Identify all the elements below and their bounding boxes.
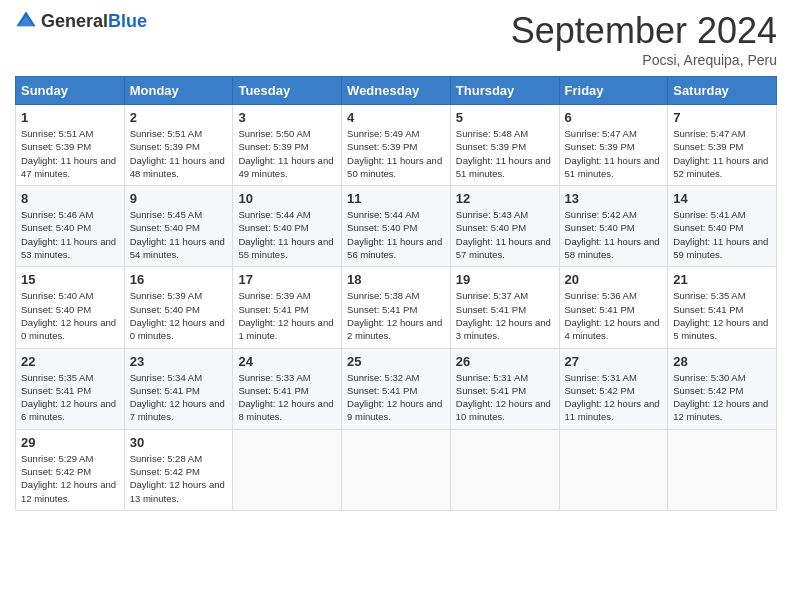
calendar-cell: 4 Sunrise: 5:49 AM Sunset: 5:39 PM Dayli… bbox=[342, 105, 451, 186]
day-info: Sunrise: 5:42 AM Sunset: 5:40 PM Dayligh… bbox=[565, 208, 663, 261]
day-number: 29 bbox=[21, 435, 119, 450]
calendar-cell: 28 Sunrise: 5:30 AM Sunset: 5:42 PM Dayl… bbox=[668, 348, 777, 429]
calendar-cell bbox=[668, 429, 777, 510]
day-number: 18 bbox=[347, 272, 445, 287]
day-info: Sunrise: 5:43 AM Sunset: 5:40 PM Dayligh… bbox=[456, 208, 554, 261]
calendar-cell: 20 Sunrise: 5:36 AM Sunset: 5:41 PM Dayl… bbox=[559, 267, 668, 348]
day-number: 26 bbox=[456, 354, 554, 369]
day-info: Sunrise: 5:28 AM Sunset: 5:42 PM Dayligh… bbox=[130, 452, 228, 505]
day-number: 21 bbox=[673, 272, 771, 287]
day-number: 2 bbox=[130, 110, 228, 125]
day-info: Sunrise: 5:35 AM Sunset: 5:41 PM Dayligh… bbox=[673, 289, 771, 342]
day-number: 20 bbox=[565, 272, 663, 287]
day-number: 16 bbox=[130, 272, 228, 287]
calendar-cell: 5 Sunrise: 5:48 AM Sunset: 5:39 PM Dayli… bbox=[450, 105, 559, 186]
page-header: GeneralBlue September 2024 Pocsi, Arequi… bbox=[15, 10, 777, 68]
column-header-monday: Monday bbox=[124, 77, 233, 105]
calendar-cell bbox=[559, 429, 668, 510]
calendar-cell: 1 Sunrise: 5:51 AM Sunset: 5:39 PM Dayli… bbox=[16, 105, 125, 186]
day-info: Sunrise: 5:41 AM Sunset: 5:40 PM Dayligh… bbox=[673, 208, 771, 261]
calendar-cell: 3 Sunrise: 5:50 AM Sunset: 5:39 PM Dayli… bbox=[233, 105, 342, 186]
logo-general: GeneralBlue bbox=[41, 11, 147, 32]
day-info: Sunrise: 5:44 AM Sunset: 5:40 PM Dayligh… bbox=[238, 208, 336, 261]
calendar-cell: 22 Sunrise: 5:35 AM Sunset: 5:41 PM Dayl… bbox=[16, 348, 125, 429]
calendar-cell: 25 Sunrise: 5:32 AM Sunset: 5:41 PM Dayl… bbox=[342, 348, 451, 429]
month-year: September 2024 bbox=[511, 10, 777, 52]
calendar-cell: 23 Sunrise: 5:34 AM Sunset: 5:41 PM Dayl… bbox=[124, 348, 233, 429]
day-number: 19 bbox=[456, 272, 554, 287]
calendar-cell: 9 Sunrise: 5:45 AM Sunset: 5:40 PM Dayli… bbox=[124, 186, 233, 267]
day-number: 4 bbox=[347, 110, 445, 125]
day-info: Sunrise: 5:35 AM Sunset: 5:41 PM Dayligh… bbox=[21, 371, 119, 424]
day-info: Sunrise: 5:50 AM Sunset: 5:39 PM Dayligh… bbox=[238, 127, 336, 180]
day-number: 28 bbox=[673, 354, 771, 369]
calendar-cell: 10 Sunrise: 5:44 AM Sunset: 5:40 PM Dayl… bbox=[233, 186, 342, 267]
day-number: 30 bbox=[130, 435, 228, 450]
day-number: 14 bbox=[673, 191, 771, 206]
calendar-cell: 13 Sunrise: 5:42 AM Sunset: 5:40 PM Dayl… bbox=[559, 186, 668, 267]
day-info: Sunrise: 5:47 AM Sunset: 5:39 PM Dayligh… bbox=[565, 127, 663, 180]
day-number: 12 bbox=[456, 191, 554, 206]
calendar-cell: 24 Sunrise: 5:33 AM Sunset: 5:41 PM Dayl… bbox=[233, 348, 342, 429]
column-header-thursday: Thursday bbox=[450, 77, 559, 105]
calendar-header-row: SundayMondayTuesdayWednesdayThursdayFrid… bbox=[16, 77, 777, 105]
day-number: 27 bbox=[565, 354, 663, 369]
day-info: Sunrise: 5:40 AM Sunset: 5:40 PM Dayligh… bbox=[21, 289, 119, 342]
calendar-week-row: 22 Sunrise: 5:35 AM Sunset: 5:41 PM Dayl… bbox=[16, 348, 777, 429]
day-info: Sunrise: 5:37 AM Sunset: 5:41 PM Dayligh… bbox=[456, 289, 554, 342]
calendar-cell: 27 Sunrise: 5:31 AM Sunset: 5:42 PM Dayl… bbox=[559, 348, 668, 429]
day-info: Sunrise: 5:45 AM Sunset: 5:40 PM Dayligh… bbox=[130, 208, 228, 261]
day-info: Sunrise: 5:38 AM Sunset: 5:41 PM Dayligh… bbox=[347, 289, 445, 342]
day-info: Sunrise: 5:46 AM Sunset: 5:40 PM Dayligh… bbox=[21, 208, 119, 261]
column-header-friday: Friday bbox=[559, 77, 668, 105]
day-number: 13 bbox=[565, 191, 663, 206]
day-info: Sunrise: 5:31 AM Sunset: 5:41 PM Dayligh… bbox=[456, 371, 554, 424]
column-header-sunday: Sunday bbox=[16, 77, 125, 105]
day-number: 10 bbox=[238, 191, 336, 206]
day-number: 24 bbox=[238, 354, 336, 369]
day-info: Sunrise: 5:34 AM Sunset: 5:41 PM Dayligh… bbox=[130, 371, 228, 424]
day-info: Sunrise: 5:36 AM Sunset: 5:41 PM Dayligh… bbox=[565, 289, 663, 342]
day-info: Sunrise: 5:29 AM Sunset: 5:42 PM Dayligh… bbox=[21, 452, 119, 505]
day-info: Sunrise: 5:44 AM Sunset: 5:40 PM Dayligh… bbox=[347, 208, 445, 261]
calendar-cell: 21 Sunrise: 5:35 AM Sunset: 5:41 PM Dayl… bbox=[668, 267, 777, 348]
day-number: 15 bbox=[21, 272, 119, 287]
day-info: Sunrise: 5:47 AM Sunset: 5:39 PM Dayligh… bbox=[673, 127, 771, 180]
day-number: 5 bbox=[456, 110, 554, 125]
calendar-cell: 30 Sunrise: 5:28 AM Sunset: 5:42 PM Dayl… bbox=[124, 429, 233, 510]
calendar-cell bbox=[450, 429, 559, 510]
calendar-cell: 7 Sunrise: 5:47 AM Sunset: 5:39 PM Dayli… bbox=[668, 105, 777, 186]
day-info: Sunrise: 5:33 AM Sunset: 5:41 PM Dayligh… bbox=[238, 371, 336, 424]
day-info: Sunrise: 5:31 AM Sunset: 5:42 PM Dayligh… bbox=[565, 371, 663, 424]
day-number: 11 bbox=[347, 191, 445, 206]
day-info: Sunrise: 5:32 AM Sunset: 5:41 PM Dayligh… bbox=[347, 371, 445, 424]
day-number: 25 bbox=[347, 354, 445, 369]
day-number: 7 bbox=[673, 110, 771, 125]
location: Pocsi, Arequipa, Peru bbox=[511, 52, 777, 68]
day-number: 22 bbox=[21, 354, 119, 369]
calendar-cell: 8 Sunrise: 5:46 AM Sunset: 5:40 PM Dayli… bbox=[16, 186, 125, 267]
day-number: 23 bbox=[130, 354, 228, 369]
calendar-week-row: 15 Sunrise: 5:40 AM Sunset: 5:40 PM Dayl… bbox=[16, 267, 777, 348]
calendar-cell: 17 Sunrise: 5:39 AM Sunset: 5:41 PM Dayl… bbox=[233, 267, 342, 348]
calendar-cell: 18 Sunrise: 5:38 AM Sunset: 5:41 PM Dayl… bbox=[342, 267, 451, 348]
title-section: September 2024 Pocsi, Arequipa, Peru bbox=[511, 10, 777, 68]
day-number: 9 bbox=[130, 191, 228, 206]
day-number: 8 bbox=[21, 191, 119, 206]
day-info: Sunrise: 5:51 AM Sunset: 5:39 PM Dayligh… bbox=[21, 127, 119, 180]
calendar-week-row: 29 Sunrise: 5:29 AM Sunset: 5:42 PM Dayl… bbox=[16, 429, 777, 510]
column-header-tuesday: Tuesday bbox=[233, 77, 342, 105]
calendar-cell bbox=[342, 429, 451, 510]
calendar-cell: 6 Sunrise: 5:47 AM Sunset: 5:39 PM Dayli… bbox=[559, 105, 668, 186]
day-info: Sunrise: 5:30 AM Sunset: 5:42 PM Dayligh… bbox=[673, 371, 771, 424]
logo: GeneralBlue bbox=[15, 10, 147, 32]
day-number: 6 bbox=[565, 110, 663, 125]
day-info: Sunrise: 5:48 AM Sunset: 5:39 PM Dayligh… bbox=[456, 127, 554, 180]
calendar-cell: 26 Sunrise: 5:31 AM Sunset: 5:41 PM Dayl… bbox=[450, 348, 559, 429]
calendar-cell: 29 Sunrise: 5:29 AM Sunset: 5:42 PM Dayl… bbox=[16, 429, 125, 510]
day-info: Sunrise: 5:51 AM Sunset: 5:39 PM Dayligh… bbox=[130, 127, 228, 180]
column-header-wednesday: Wednesday bbox=[342, 77, 451, 105]
calendar-cell: 11 Sunrise: 5:44 AM Sunset: 5:40 PM Dayl… bbox=[342, 186, 451, 267]
calendar-cell: 19 Sunrise: 5:37 AM Sunset: 5:41 PM Dayl… bbox=[450, 267, 559, 348]
calendar-cell: 14 Sunrise: 5:41 AM Sunset: 5:40 PM Dayl… bbox=[668, 186, 777, 267]
